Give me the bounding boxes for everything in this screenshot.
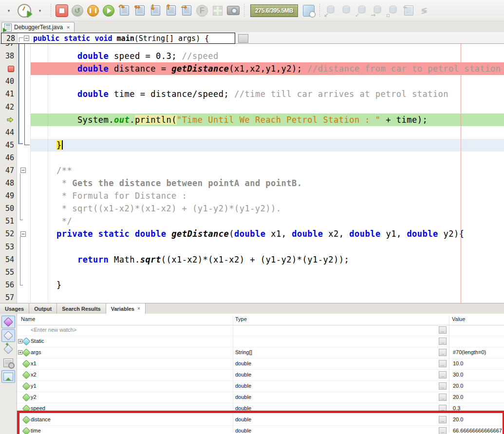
code-text[interactable]: * Formula for Distance : (31, 189, 504, 202)
code-text[interactable]: private static double getDistance(double… (31, 227, 504, 240)
db-verify-icon[interactable]: ✓ (355, 4, 369, 18)
take-gui-snapshot-button[interactable] (211, 4, 224, 18)
code-text[interactable]: return Math.sqrt((x1-x2)*(x1-x2) + (y1-y… (31, 253, 504, 266)
db-commit-icon[interactable]: ▫ (386, 4, 400, 18)
variable-name[interactable]: Static (31, 338, 44, 344)
line-number[interactable]: 44 (0, 126, 17, 139)
tab-close-icon[interactable]: × (67, 24, 70, 30)
line-number[interactable]: 49 (0, 189, 17, 202)
finish-debugger-session-button[interactable] (55, 4, 69, 18)
line-number[interactable]: 56 (0, 279, 17, 291)
code-text[interactable]: * Gets the distance between pointA and p… (31, 177, 504, 189)
adjust-properties-button[interactable] (1, 357, 15, 369)
code-text[interactable] (31, 44, 504, 50)
bottom-tab-variables[interactable]: Variables× (106, 303, 146, 314)
code-text[interactable] (31, 266, 504, 279)
code-line-57[interactable]: 57 (0, 291, 504, 303)
expand-icon[interactable]: + (18, 350, 22, 355)
line-number[interactable]: 41 (0, 88, 17, 100)
debug-history-icon[interactable] (302, 4, 316, 18)
code-text[interactable]: double distance = getDistance(x1,x2,y1,y… (31, 62, 504, 75)
dropdown-caret-icon[interactable]: ▾ (33, 4, 47, 18)
memory-meter[interactable]: 275.6/395.5MB (250, 4, 298, 17)
code-line-44[interactable]: 44 (0, 126, 504, 139)
line-number[interactable]: 54 (0, 253, 17, 266)
variable-name[interactable]: x2 (31, 372, 37, 377)
code-line-54[interactable]: 54 return Math.sqrt((x1-x2)*(x1-x2) + (y… (0, 253, 504, 266)
run-to-cursor-button[interactable]: → (180, 4, 193, 18)
code-line-45[interactable]: 45 } (0, 139, 504, 151)
variable-name[interactable]: y2 (31, 394, 37, 400)
code-line-47[interactable]: 47− /** (0, 164, 504, 177)
code-line-43[interactable]: System.out.println("Time Until We Reach … (0, 113, 504, 126)
code-line-38[interactable]: 38 double speed = 0.3; //speed (0, 50, 504, 62)
edit-value-button[interactable]: ... (439, 326, 447, 334)
restart-session-button[interactable]: ↺ (71, 4, 84, 18)
variable-name[interactable]: <Enter new watch> (31, 327, 76, 333)
code-line-56[interactable]: 56 } (0, 279, 504, 291)
edit-value-button[interactable]: ... (439, 394, 447, 401)
code-text[interactable] (31, 291, 504, 303)
code-text[interactable]: double time = distance/speed; //time til… (31, 88, 504, 100)
step-out-button[interactable]: ↑ (164, 4, 178, 18)
code-line-42[interactable]: 42 (0, 100, 504, 113)
variable-name[interactable]: y1 (31, 383, 37, 389)
program-counter-icon[interactable] (0, 113, 17, 126)
code-line-40[interactable]: 40 (0, 75, 504, 88)
variable-value[interactable]: 20.0 (453, 383, 463, 389)
line-number[interactable]: 50 (0, 202, 17, 215)
variable-value[interactable]: 10.0 (453, 360, 463, 366)
line-number[interactable]: 46 (0, 151, 17, 164)
code-text[interactable] (31, 151, 504, 164)
variable-row-Static[interactable]: +Static... (17, 336, 504, 347)
variable-row-args[interactable]: +argsString[]...#70(length=0) (17, 347, 504, 359)
line-number[interactable]: 55 (0, 266, 17, 279)
show-evaluation-result-button[interactable] (1, 329, 15, 342)
step-over-button[interactable]: ↷ (117, 4, 131, 18)
line-number[interactable]: 52 (0, 227, 17, 240)
line-number[interactable]: 38 (0, 50, 17, 62)
column-header-name[interactable]: Name (21, 316, 35, 322)
diff-icon[interactable]: ≶ (417, 4, 431, 18)
edit-value-button[interactable]: ... (439, 349, 447, 356)
code-line-53[interactable]: 53 (0, 241, 504, 253)
variable-value[interactable]: 20.0 (453, 394, 463, 400)
code-line-50[interactable]: 50 * sqrt((x1-x2)*(x1-x2) + (y1-y2)*(y1-… (0, 202, 504, 215)
variable-row-x1[interactable]: x1double...10.0 (17, 359, 504, 370)
line-number[interactable]: 53 (0, 241, 17, 253)
show-watches-button[interactable] (1, 316, 15, 328)
code-line-46[interactable]: 46 (0, 151, 504, 164)
edit-value-button[interactable]: ... (439, 382, 447, 390)
fold-collapse-icon[interactable]: − (17, 164, 31, 177)
code-line-49[interactable]: 49 * Formula for Distance : (0, 189, 504, 202)
variable-value[interactable]: 30.0 (453, 372, 463, 377)
line-number[interactable]: 45 (0, 139, 17, 151)
breakpoint-icon[interactable] (0, 62, 17, 75)
variable-row-y2[interactable]: y2double...20.0 (17, 392, 504, 403)
code-text[interactable]: * sqrt((x1-x2)*(x1-x2) + (y1-y2)*(y1-y2)… (31, 202, 504, 215)
cleanup-icon[interactable]: ⌁ (402, 4, 415, 18)
db-data-icon[interactable] (339, 4, 353, 18)
code-line-55[interactable]: 55 (0, 266, 504, 279)
line-number[interactable]: 37 (0, 44, 17, 50)
variable-value[interactable]: #70(length=0) (453, 349, 486, 355)
db-push-icon[interactable]: → (371, 4, 384, 18)
variable-row-Enternewwatch[interactable]: <Enter new watch>... (17, 325, 504, 336)
show-pictures-button[interactable] (1, 370, 15, 383)
code-text[interactable] (31, 126, 504, 139)
step-into-button[interactable]: ↓ (149, 4, 162, 18)
code-text[interactable]: /** (31, 164, 504, 177)
tab-debuggertest-java[interactable]: DebuggerTest.java × (1, 22, 75, 32)
code-line-37[interactable]: 37 (0, 44, 504, 50)
code-text[interactable] (31, 241, 504, 253)
bottom-tab-usages[interactable]: Usages (0, 303, 29, 314)
code-line-39[interactable]: double distance = getDistance(x1,x2,y1,y… (0, 62, 504, 75)
code-editor[interactable]: 3738 double speed = 0.3; //speed double … (0, 44, 504, 303)
code-text[interactable]: } (31, 139, 504, 151)
new-watch-button[interactable]: + (1, 343, 15, 356)
overflow-caret-icon[interactable]: ▾ (2, 4, 16, 18)
line-number[interactable]: 51 (0, 215, 17, 227)
sticky-line-popup[interactable]: 28 − public static void main(String[] ar… (1, 33, 235, 44)
line-number[interactable]: 47 (0, 164, 17, 177)
code-line-52[interactable]: 52− private static double getDistance(do… (0, 227, 504, 240)
